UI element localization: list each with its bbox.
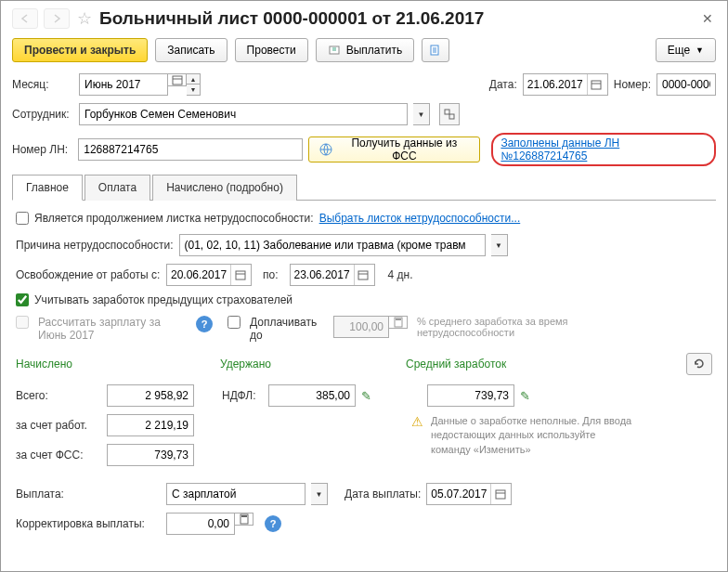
svg-rect-7	[236, 271, 245, 280]
svg-rect-5	[449, 114, 454, 119]
edit-ndfl-icon[interactable]: ✎	[361, 389, 371, 403]
date-from-input[interactable]	[166, 264, 252, 286]
svg-rect-2	[173, 76, 182, 84]
open-icon	[444, 109, 455, 120]
write-button[interactable]: Записать	[155, 38, 227, 62]
post-button[interactable]: Провести	[235, 38, 308, 62]
calendar-icon[interactable]	[490, 484, 509, 504]
pay-extra-checkbox[interactable]	[228, 316, 240, 329]
ln-input[interactable]	[78, 138, 302, 161]
payout-row: Выплата: ▼ Дата выплаты:	[16, 483, 712, 505]
svg-rect-8	[358, 271, 368, 280]
refresh-button[interactable]	[686, 353, 712, 375]
payout-input[interactable]	[166, 483, 306, 505]
post-and-close-button[interactable]: Провести и закрыть	[12, 38, 148, 62]
attachment-icon	[428, 44, 441, 57]
more-button[interactable]: Еще ▼	[656, 38, 716, 62]
fss-amount-label: за счет ФСС:	[16, 448, 101, 462]
fss-amount-input[interactable]	[107, 444, 194, 466]
tab-main[interactable]: Главное	[12, 175, 83, 201]
employee-dropdown[interactable]: ▼	[413, 103, 430, 125]
page-title: Больничный лист 0000-000001 от 21.06.201…	[99, 8, 484, 29]
to-label: по:	[263, 268, 279, 281]
calendar-icon[interactable]	[168, 73, 187, 86]
select-sheet-link[interactable]: Выбрать листок нетрудоспособности...	[319, 212, 521, 225]
date-label: Дата:	[489, 78, 517, 91]
pay-extra-label: Доплачивать до	[250, 316, 324, 342]
svg-rect-11	[496, 490, 505, 499]
prev-insurers-label: Учитывать заработок предыдущих страховат…	[34, 293, 292, 306]
tab-accrued[interactable]: Начислено (подробно)	[152, 175, 297, 201]
release-from-label: Освобождение от работы с:	[16, 268, 161, 281]
employee-row: Сотрудник: ▼	[12, 103, 716, 125]
correction-label: Корректировка выплаты:	[16, 517, 161, 530]
avg-header: Средний заработок	[406, 358, 506, 370]
prev-insurers-checkbox[interactable]	[16, 293, 29, 306]
withheld-header: Удержано	[220, 358, 406, 370]
ndfl-input[interactable]	[268, 384, 356, 407]
total-input[interactable]	[107, 384, 194, 407]
month-label: Месяц:	[12, 78, 73, 91]
attachments-button[interactable]	[422, 38, 449, 62]
month-input[interactable]	[79, 73, 168, 96]
recalc-checkbox	[16, 316, 29, 329]
employer-input[interactable]	[107, 414, 194, 436]
tab-content: Является продолжением листка нетрудоспос…	[12, 210, 716, 544]
reason-dropdown[interactable]: ▼	[491, 234, 508, 256]
chevron-down-icon: ▼	[696, 46, 704, 55]
employee-label: Сотрудник:	[12, 108, 73, 121]
continuation-row: Является продолжением листка нетрудоспос…	[16, 212, 712, 225]
calendar-icon[interactable]	[587, 74, 605, 95]
payout-dropdown[interactable]: ▼	[311, 483, 328, 505]
payout-label: Выплата:	[16, 488, 161, 500]
tab-payment[interactable]: Оплата	[84, 175, 150, 201]
tabs: Главное Оплата Начислено (подробно)	[12, 174, 716, 201]
continuation-label: Является продолжением листка нетрудоспос…	[34, 212, 314, 225]
reason-row: Причина нетрудоспособности: ▼	[16, 234, 712, 256]
continuation-checkbox[interactable]	[16, 212, 29, 225]
toolbar: Провести и закрыть Записать Провести Вып…	[12, 38, 716, 62]
month-date-row: Месяц: ▲▼ Дата: Номер:	[12, 73, 716, 96]
ln-label: Номер ЛН:	[12, 143, 72, 156]
reason-label: Причина нетрудоспособности:	[16, 239, 174, 252]
svg-rect-13	[241, 515, 247, 517]
warning-text: Данные о заработке неполные. Для ввода н…	[431, 414, 635, 457]
help-icon[interactable]: ?	[265, 515, 281, 532]
get-fss-button[interactable]: Получить данные из ФСС	[308, 136, 481, 162]
correction-row: Корректировка выплаты: ?	[16, 513, 712, 535]
employer-label: за счет работ.	[16, 419, 101, 432]
edit-avg-icon[interactable]: ✎	[520, 389, 530, 403]
favorite-icon[interactable]: ☆	[75, 9, 94, 28]
svg-rect-4	[445, 110, 449, 114]
payout-date-label: Дата выплаты:	[344, 488, 421, 500]
calendar-icon[interactable]	[354, 265, 372, 285]
titlebar: ☆ Больничный лист 0000-000001 от 21.06.2…	[12, 8, 716, 29]
calc-section: Начислено Удержано Средний заработок Все…	[16, 353, 712, 474]
pay-icon	[328, 44, 341, 57]
refresh-icon	[693, 358, 706, 370]
close-button[interactable]: ✕	[699, 10, 716, 27]
warning-icon: ⚠	[411, 414, 423, 429]
date-input[interactable]	[523, 73, 608, 96]
help-icon[interactable]: ?	[196, 316, 213, 332]
calendar-icon[interactable]	[230, 265, 249, 285]
days-label: 4 дн.	[388, 268, 413, 281]
employee-open-button[interactable]	[439, 103, 460, 125]
nav-back-button[interactable]	[12, 8, 38, 29]
date-to-input[interactable]	[290, 264, 375, 286]
calculator-icon[interactable]	[235, 513, 254, 526]
svg-rect-3	[592, 81, 601, 89]
fss-filled-link[interactable]: Заполнены данные ЛН №126887214765	[500, 136, 619, 162]
svg-rect-10	[396, 318, 401, 320]
avg-input[interactable]	[427, 384, 514, 407]
employee-input[interactable]	[79, 103, 408, 125]
fss-link-highlight: Заполнены данные ЛН №126887214765	[491, 133, 716, 166]
nav-forward-button[interactable]	[44, 8, 70, 29]
payout-date-input[interactable]	[426, 483, 512, 505]
month-spinner[interactable]: ▲▼	[187, 73, 201, 96]
pay-button[interactable]: Выплатить	[316, 38, 415, 62]
correction-input[interactable]	[166, 513, 235, 535]
number-input[interactable]	[656, 73, 716, 96]
reason-input[interactable]	[179, 234, 486, 256]
calculator-icon[interactable]	[389, 316, 408, 329]
